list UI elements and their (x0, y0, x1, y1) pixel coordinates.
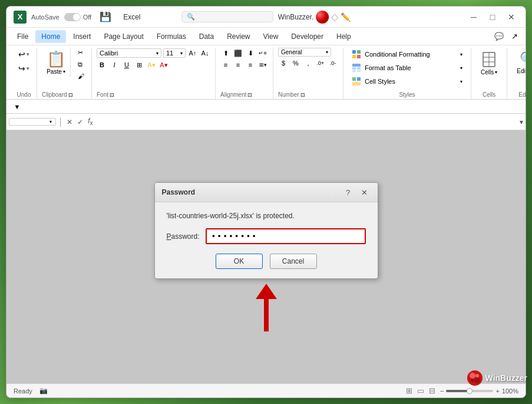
align-top-button[interactable]: ⬆ (220, 48, 231, 58)
cells-button[interactable]: Cells ▾ (476, 48, 502, 79)
view-page-button[interactable]: ▭ (417, 386, 424, 395)
menu-item-home[interactable]: Home (35, 30, 66, 43)
menu-item-help[interactable]: Help (331, 30, 357, 43)
italic-button[interactable]: I (109, 60, 120, 70)
bold-button[interactable]: B (97, 60, 107, 70)
cut-icon: ✂ (78, 49, 83, 57)
autosave-toggle[interactable]: Off (64, 13, 91, 21)
format-as-table-label: Format as Table (365, 64, 411, 71)
number-expand-icon[interactable]: ⊡ (300, 92, 305, 98)
dialog-help-button[interactable]: ? (342, 186, 354, 198)
paste-label: Paste (47, 68, 62, 75)
conditional-formatting-button[interactable]: Conditional Formatting ▾ (348, 48, 466, 61)
decrease-font-button[interactable]: A↓ (200, 48, 210, 58)
font-size-selector[interactable]: 11 ▾ (163, 48, 186, 58)
formula-input[interactable] (96, 117, 517, 127)
number-format-selector[interactable]: General ▾ (278, 48, 331, 57)
font-expand-icon[interactable]: ⊡ (110, 92, 114, 98)
menu-item-review[interactable]: Review (221, 30, 256, 43)
menu-item-formulas[interactable]: Formulas (151, 30, 192, 43)
align-middle-button[interactable]: ⬛ (233, 48, 243, 58)
align-right-button[interactable]: ≡ (245, 60, 256, 70)
fill-color-button[interactable]: A▾ (146, 60, 157, 70)
cancel-formula-icon[interactable]: ✕ (65, 117, 74, 127)
comments-icon[interactable]: 💬 (493, 30, 505, 43)
menu-item-view[interactable]: View (257, 30, 285, 43)
view-normal-button[interactable]: ⊞ (406, 386, 412, 395)
font-name-selector[interactable]: Calibri ▾ (97, 48, 161, 58)
save-icon[interactable]: 💾 (100, 11, 111, 23)
quick-access-bar: ▼ (6, 100, 526, 114)
search-bar[interactable]: 🔍 (181, 11, 273, 22)
wrap-text-button[interactable]: ↵≡ (257, 48, 268, 58)
cells-dropdown-icon: ▾ (495, 70, 497, 75)
cut-button[interactable]: ✂ (75, 48, 87, 58)
percent-button[interactable]: % (290, 58, 301, 68)
redo-icon: ↪ (18, 64, 25, 73)
undo-button[interactable]: ↩ ▾ (16, 48, 32, 61)
name-box[interactable]: ▾ (9, 118, 56, 126)
minimize-button[interactable]: ─ (467, 10, 481, 24)
share-icon[interactable]: ↗ (508, 30, 521, 43)
confirm-formula-icon[interactable]: ✓ (76, 117, 84, 127)
cancel-button[interactable]: Cancel (270, 254, 317, 269)
format-as-table-dropdown: ▾ (460, 65, 462, 71)
close-button[interactable]: ✕ (504, 10, 518, 24)
fx-icon[interactable]: fx (87, 116, 94, 127)
format-as-table-button[interactable]: Format as Table ▾ (348, 61, 466, 74)
arrow-annotation (256, 284, 277, 331)
decrease-decimal-button[interactable]: .0- (328, 58, 338, 68)
merge-center-button[interactable]: ⊞▾ (257, 60, 268, 70)
cells-icon (482, 51, 496, 68)
increase-decimal-button[interactable]: .0+ (315, 58, 326, 68)
svg-point-18 (474, 377, 480, 383)
clipboard-expand-icon[interactable]: ⊡ (68, 92, 73, 98)
view-preview-button[interactable]: ⊟ (429, 386, 435, 395)
maximize-button[interactable]: □ (485, 10, 500, 24)
alignment-expand-icon[interactable]: ⊡ (247, 92, 252, 98)
ok-button[interactable]: OK (216, 254, 263, 269)
increase-font-button[interactable]: A↑ (187, 48, 198, 58)
zoom-control[interactable]: − + 100% (440, 387, 518, 395)
cell-styles-button[interactable]: Cell Styles ▾ (348, 75, 466, 88)
title-right: ─ □ ✕ (467, 10, 518, 24)
svg-rect-0 (352, 50, 356, 54)
font-name-dropdown-icon: ▾ (156, 51, 158, 56)
cells-group-content: Cells ▾ (476, 48, 502, 90)
currency-button[interactable]: $ (278, 58, 289, 68)
search-icon: 🔍 (187, 13, 195, 21)
qa-expand-button[interactable]: ▼ (11, 101, 23, 113)
comma-button[interactable]: , (303, 58, 313, 68)
zoom-slider[interactable] (446, 390, 493, 392)
align-center-button[interactable]: ≡ (233, 60, 243, 70)
paste-button[interactable]: 📋 Paste ▾ (42, 48, 71, 77)
winbuzzer-ball-icon (316, 11, 329, 24)
underline-button[interactable]: U (121, 60, 132, 70)
menu-item-insert[interactable]: Insert (67, 30, 97, 43)
align-left-button[interactable]: ≡ (220, 60, 231, 70)
conditional-formatting-dropdown: ▾ (460, 52, 462, 57)
menu-item-file[interactable]: File (11, 30, 34, 43)
border-button[interactable]: ⊞ (134, 60, 144, 70)
redo-button[interactable]: ↪ ▾ (16, 62, 32, 75)
menu-item-page-layout[interactable]: Page Layout (98, 30, 149, 43)
formula-bar-dropdown[interactable]: ▾ (520, 118, 523, 126)
font-color-button[interactable]: A▾ (158, 60, 169, 70)
svg-rect-1 (357, 50, 361, 54)
dialog-close-button[interactable]: ✕ (359, 186, 371, 198)
format-painter-button[interactable]: 🖌 (75, 71, 87, 81)
title-bar: X AutoSave Off 💾 Excel 🔍 WinBuzzer. ◇ ✏️ (6, 6, 526, 28)
editing-button[interactable]: 🔍 Editing ▾ (512, 48, 526, 78)
align-bottom-button[interactable]: ⬇ (245, 48, 256, 58)
conditional-formatting-icon (352, 50, 361, 59)
zoom-out-icon[interactable]: − (440, 387, 444, 395)
menu-item-developer[interactable]: Developer (285, 30, 329, 43)
menu-item-data[interactable]: Data (193, 30, 220, 43)
font-group-content: Calibri ▾ 11 ▾ A↑ A↓ B I U (97, 48, 210, 90)
search-input[interactable] (197, 14, 268, 21)
password-input[interactable] (206, 228, 366, 244)
copy-button[interactable]: ⧉ (75, 60, 87, 70)
password-dialog: Password ? ✕ 'list-countries-world-25j.x… (154, 182, 378, 279)
number-row-2: $ % , .0+ .0- (278, 58, 338, 68)
zoom-in-icon[interactable]: + (495, 387, 499, 395)
